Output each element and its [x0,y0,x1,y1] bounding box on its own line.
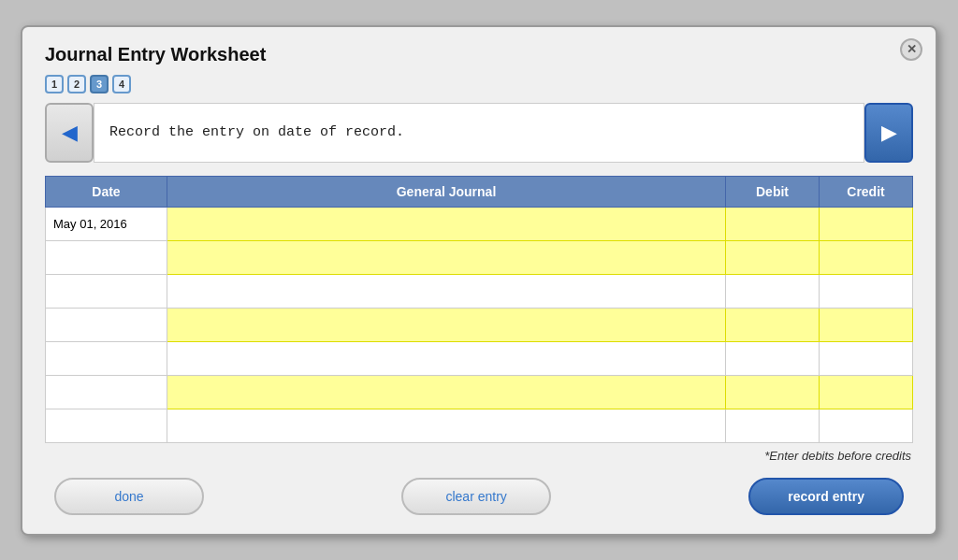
credit-input-1[interactable] [820,207,913,240]
journal-table: Date General Journal Debit Credit May 01… [45,176,913,443]
col-header-credit: Credit [820,176,913,207]
table-row [46,341,913,375]
table-row: May 01, 2016 [46,207,913,240]
date-cell-6 [46,375,167,409]
debit-input-4[interactable] [726,308,820,341]
journal-input-2[interactable] [167,240,726,274]
journal-input-4[interactable] [167,308,726,341]
step-2[interactable]: 2 [67,75,86,93]
debit-input-7[interactable] [726,409,820,442]
button-row: done clear entry record entry [45,478,913,515]
journal-entry-dialog: ✕ Journal Entry Worksheet 1 2 3 4 ◀ Reco… [21,25,937,536]
col-header-date: Date [46,176,167,207]
journal-input-3[interactable] [167,274,726,308]
prev-button[interactable]: ◀ [45,103,94,163]
left-arrow-icon: ◀ [62,121,78,145]
debit-input-3[interactable] [726,274,820,308]
date-cell-3 [46,274,167,308]
instruction-text: Record the entry on date of record. [94,103,864,163]
table-row [46,308,913,341]
table-row [46,375,913,409]
journal-input-7[interactable] [167,409,726,442]
clear-entry-button[interactable]: clear entry [401,478,551,515]
debit-input-5[interactable] [726,341,820,375]
credit-input-3[interactable] [820,274,913,308]
journal-input-6[interactable] [167,375,726,409]
date-cell-4 [46,308,167,341]
step-3[interactable]: 3 [90,75,109,93]
done-button[interactable]: done [54,478,204,515]
credit-input-4[interactable] [820,308,913,341]
col-header-debit: Debit [726,176,820,207]
step-indicators: 1 2 3 4 [45,75,913,93]
debit-input-1[interactable] [726,207,820,240]
credit-input-2[interactable] [820,240,913,274]
record-entry-button[interactable]: record entry [748,478,904,515]
table-row [46,240,913,274]
close-button[interactable]: ✕ [900,38,922,61]
step-1[interactable]: 1 [45,75,64,93]
debit-input-2[interactable] [726,240,820,274]
footnote: *Enter debits before credits [45,449,913,463]
date-cell-5 [46,341,167,375]
journal-input-5[interactable] [167,341,726,375]
step-4[interactable]: 4 [112,75,131,93]
journal-input-1[interactable] [167,207,726,240]
table-row [46,274,913,308]
credit-input-7[interactable] [820,409,913,442]
date-cell-1: May 01, 2016 [46,207,167,240]
instruction-row: ◀ Record the entry on date of record. ▶ [45,103,913,163]
next-button[interactable]: ▶ [864,103,913,163]
date-cell-2 [46,240,167,274]
debit-input-6[interactable] [726,375,820,409]
date-cell-7 [46,409,167,442]
credit-input-6[interactable] [820,375,913,409]
credit-input-5[interactable] [820,341,913,375]
col-header-general-journal: General Journal [167,176,726,207]
dialog-title: Journal Entry Worksheet [45,44,913,65]
table-row [46,409,913,442]
right-arrow-icon: ▶ [881,121,897,145]
